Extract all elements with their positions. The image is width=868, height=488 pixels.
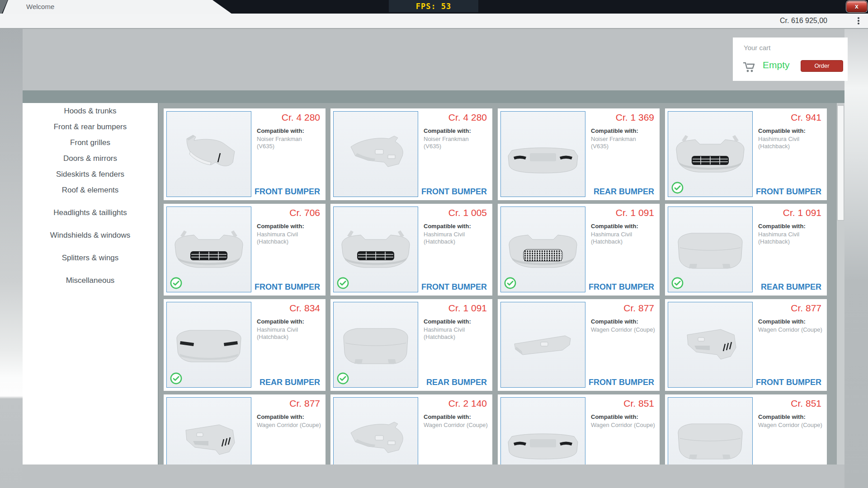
compatible-model: Wagen Corridor (Coupe) xyxy=(591,326,655,333)
cart-panel: Your cart Empty Order xyxy=(733,38,848,81)
sidebar-item-front-grilles[interactable]: Front grilles xyxy=(23,135,158,150)
part-price: Cr. 941 xyxy=(791,112,821,123)
part-price: Cr. 1 091 xyxy=(448,303,487,314)
sidebar-item-front-rear-bumpers[interactable]: Front & rear bumpers xyxy=(23,119,158,135)
part-type-label: FRONT BUMPER xyxy=(421,187,487,197)
part-image xyxy=(333,397,418,465)
fps-counter-text: FPS: 53 xyxy=(416,2,452,11)
sidebar-item-windshields-windows[interactable]: Windshields & windows xyxy=(23,228,158,243)
order-button[interactable]: Order xyxy=(801,60,843,72)
part-type-label: FRONT BUMPER xyxy=(589,282,654,292)
part-card[interactable]: Cr. 877 Compatible with: Wagen Corridor … xyxy=(498,299,660,391)
part-image xyxy=(668,302,753,388)
part-card[interactable]: Cr. 834 Compatible with: Hashimura Civil… xyxy=(164,299,326,391)
part-price: Cr. 851 xyxy=(791,398,821,409)
compatible-label: Compatible with: xyxy=(758,223,806,230)
category-sidebar: Hoods & trunksFront & rear bumpersFront … xyxy=(23,103,159,465)
part-type-label: FRONT BUMPER xyxy=(756,378,821,387)
part-image xyxy=(500,397,585,465)
sidebar-item-doors-mirrors[interactable]: Doors & mirrors xyxy=(23,151,158,166)
part-card[interactable]: Cr. 4 280 Compatible with: Noiser Frankm… xyxy=(164,108,326,200)
compatible-model: Wagen Corridor (Coupe) xyxy=(758,422,822,429)
compatible-model: Hashimura Civil (Hatchback) xyxy=(758,136,822,150)
part-image xyxy=(166,111,251,197)
part-type-label: FRONT BUMPER xyxy=(255,282,320,292)
compatible-model: Noiser Frankman (V635) xyxy=(257,136,321,150)
part-price: Cr. 851 xyxy=(623,398,654,409)
kebab-menu-icon[interactable] xyxy=(854,17,863,25)
compatible-label: Compatible with: xyxy=(591,413,638,420)
compatible-model: Hashimura Civil (Hatchback) xyxy=(424,231,488,245)
part-card[interactable]: Cr. 941 Compatible with: Hashimura Civil… xyxy=(665,108,827,200)
part-card[interactable]: Cr. 1 091 Compatible with: Hashimura Civ… xyxy=(498,204,660,296)
part-price: Cr. 1 369 xyxy=(616,112,654,123)
compatible-model: Noiser Frankman (V635) xyxy=(591,136,655,150)
owned-check-icon xyxy=(671,182,684,194)
part-price: Cr. 2 140 xyxy=(448,398,487,409)
part-card[interactable]: Cr. 851 Compatible with: Wagen Corridor … xyxy=(665,394,827,465)
owned-check-icon xyxy=(671,277,684,289)
sidebar-item-miscellaneous[interactable]: Miscellaneous xyxy=(23,273,158,288)
part-image xyxy=(500,302,585,388)
background-gradient-right xyxy=(844,28,868,488)
part-type-label: FRONT BUMPER xyxy=(421,282,487,292)
part-card[interactable]: Cr. 1 369 Compatible with: Noiser Frankm… xyxy=(498,108,660,200)
sidebar-item-headlights-taillights[interactable]: Headlights & taillights xyxy=(23,205,158,221)
shopping-cart-icon xyxy=(742,61,757,75)
part-price: Cr. 1 091 xyxy=(783,207,821,218)
compatible-model: Hashimura Civil (Hatchback) xyxy=(257,326,321,341)
parts-grid: Cr. 4 280 Compatible with: Noiser Frankm… xyxy=(159,103,844,465)
sidebar-item-roof-elements[interactable]: Roof & elements xyxy=(23,183,158,198)
part-price: Cr. 877 xyxy=(623,303,654,314)
compatible-model: Noiser Frankman (V635) xyxy=(424,136,488,150)
background-gradient-left xyxy=(0,28,23,488)
scrollbar-thumb[interactable] xyxy=(837,105,844,221)
fps-counter: FPS: 53 xyxy=(389,0,478,12)
part-type-label: FRONT BUMPER xyxy=(756,187,821,197)
part-card[interactable]: Cr. 2 140 Compatible with: Wagen Corrido… xyxy=(330,394,492,465)
part-card[interactable]: Cr. 1 005 Compatible with: Hashimura Civ… xyxy=(330,204,492,296)
part-card[interactable]: Cr. 851 Compatible with: Wagen Corridor … xyxy=(498,394,660,465)
compatible-model: Wagen Corridor (Coupe) xyxy=(257,422,321,429)
owned-check-icon xyxy=(170,277,182,289)
compatible-label: Compatible with: xyxy=(591,318,638,325)
part-card[interactable]: Cr. 877 Compatible with: Wagen Corridor … xyxy=(665,299,827,391)
part-card[interactable]: Cr. 1 091 Compatible with: Hashimura Civ… xyxy=(665,204,827,296)
part-image xyxy=(166,397,251,465)
compatible-model: Wagen Corridor (Coupe) xyxy=(424,422,488,429)
part-type-label: FRONT BUMPER xyxy=(589,378,654,387)
compatible-model: Wagen Corridor (Coupe) xyxy=(758,326,822,333)
compatible-label: Compatible with: xyxy=(424,223,471,230)
sidebar-item-hoods-trunks[interactable]: Hoods & trunks xyxy=(23,103,158,119)
part-price: Cr. 1 091 xyxy=(616,207,654,218)
shop-panel-header-strip xyxy=(23,90,844,103)
part-type-label: REAR BUMPER xyxy=(426,378,487,387)
compatible-label: Compatible with: xyxy=(424,413,471,420)
compatible-label: Compatible with: xyxy=(257,127,304,134)
tab-welcome[interactable]: Welcome xyxy=(0,0,232,14)
part-price: Cr. 4 280 xyxy=(448,112,487,123)
part-price: Cr. 877 xyxy=(791,303,821,314)
close-button[interactable]: x xyxy=(846,1,867,12)
part-card[interactable]: Cr. 706 Compatible with: Hashimura Civil… xyxy=(164,204,326,296)
cart-title: Your cart xyxy=(744,44,770,52)
compatible-model: Hashimura Civil (Hatchback) xyxy=(591,231,655,245)
credits-balance: Cr. 616 925,00 xyxy=(780,14,827,28)
part-type-label: REAR BUMPER xyxy=(761,282,821,292)
compatible-label: Compatible with: xyxy=(257,223,304,230)
part-price: Cr. 877 xyxy=(289,398,320,409)
sidebar-item-sideskirts-fenders[interactable]: Sideskirts & fenders xyxy=(23,167,158,182)
owned-check-icon xyxy=(337,372,349,385)
compatible-model: Wagen Corridor (Coupe) xyxy=(591,422,655,429)
scrollbar-track[interactable] xyxy=(837,103,844,465)
owned-check-icon xyxy=(504,277,516,289)
part-card[interactable]: Cr. 4 280 Compatible with: Noiser Frankm… xyxy=(330,108,492,200)
sidebar-item-splitters-wings[interactable]: Splitters & wings xyxy=(23,250,158,266)
part-card[interactable]: Cr. 1 091 Compatible with: Hashimura Civ… xyxy=(330,299,492,391)
compatible-label: Compatible with: xyxy=(257,318,304,325)
compatible-label: Compatible with: xyxy=(424,318,471,325)
compatible-model: Hashimura Civil (Hatchback) xyxy=(758,231,822,245)
owned-check-icon xyxy=(337,277,349,289)
part-card[interactable]: Cr. 877 Compatible with: Wagen Corridor … xyxy=(164,394,326,465)
part-price: Cr. 834 xyxy=(289,303,320,314)
